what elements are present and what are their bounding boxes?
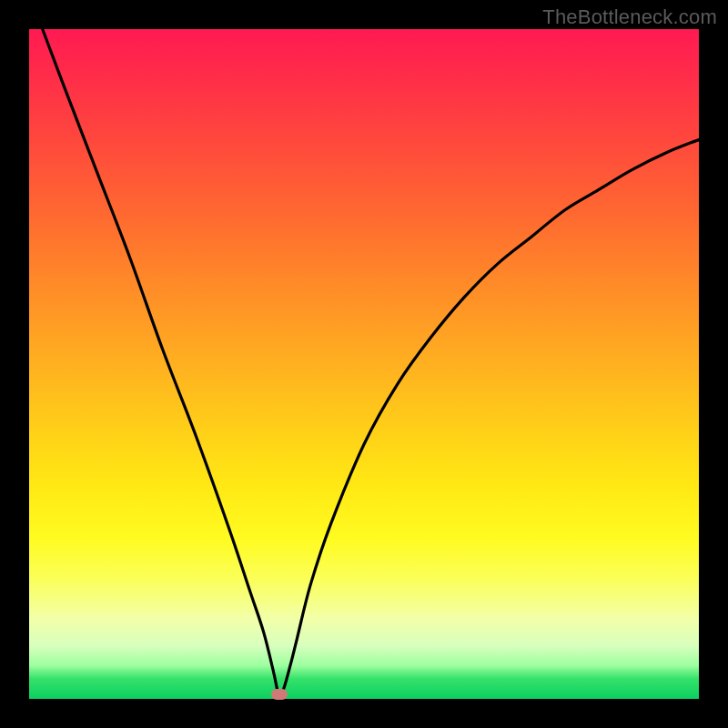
plot-area bbox=[29, 29, 699, 699]
chart-frame: TheBottleneck.com bbox=[0, 0, 728, 728]
watermark-text: TheBottleneck.com bbox=[542, 5, 717, 29]
minimum-marker bbox=[271, 689, 288, 700]
bottleneck-curve bbox=[29, 29, 699, 699]
